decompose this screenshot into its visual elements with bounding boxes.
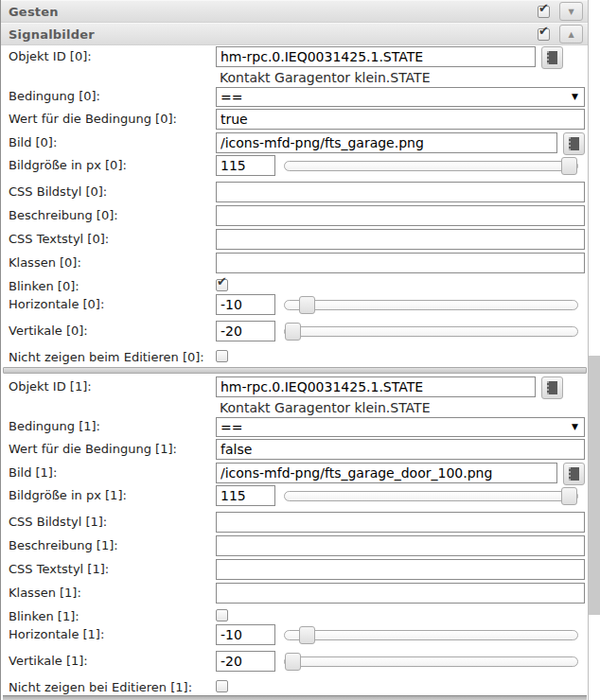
css-bildstyl-0-label: CSS Bildstyl [0]: (9, 182, 216, 199)
bildgroesse-1-slider-handle[interactable] (561, 487, 577, 505)
chevron-down-icon: ▼ (572, 422, 578, 431)
css-textstyl-1-input[interactable] (216, 559, 585, 580)
section-divider-bottom[interactable] (3, 695, 587, 700)
wert-bedingung-1-input[interactable] (216, 439, 585, 460)
bild-0-picker-button[interactable] (563, 132, 585, 155)
horizontale-1-slider-handle[interactable] (299, 626, 315, 644)
scrollbar-thumb[interactable] (589, 356, 600, 615)
list-icon (569, 137, 579, 150)
beschreibung-0-input[interactable] (216, 205, 585, 226)
bildgroesse-0-slider-handle[interactable] (561, 157, 577, 175)
nicht-zeigen-0-label: Nicht zeigen beim Editieren [0]: (9, 347, 216, 364)
css-bildstyl-1-row: CSS Bildstyl [1]: (1, 512, 588, 535)
chevron-up-icon: ▲ (568, 30, 574, 39)
objekt-name-0-text: Kontakt Garagentor klein.STATE (220, 69, 431, 85)
nicht-zeigen-0-checkbox[interactable] (216, 350, 228, 362)
css-textstyl-1-row: CSS Textstyl [1]: (1, 559, 588, 583)
vertikale-0-input[interactable] (216, 321, 275, 341)
wert-bedingung-0-row: Wert für die Bedingung [0]: (1, 109, 588, 132)
horizontale-0-input[interactable] (216, 294, 275, 315)
horizontale-0-slider-handle[interactable] (299, 296, 315, 314)
klassen-1-input[interactable] (216, 583, 585, 604)
vertikale-1-input[interactable] (216, 651, 275, 672)
bildgroesse-0-slider-track[interactable] (284, 161, 578, 171)
attributes-panel: Gesten ✔ ▼ Signalbilder ✔ ▲ Objekt ID [0… (0, 0, 589, 700)
blinken-1-label: Blinken [1]: (9, 606, 216, 623)
bild-0-input[interactable] (216, 132, 557, 153)
gesten-expand-button[interactable]: ▼ (559, 2, 583, 21)
bedingung-1-select[interactable]: ==▼ (216, 417, 585, 437)
section-header-signalbilder[interactable]: Signalbilder ✔ ▲ (1, 23, 588, 45)
css-textstyl-0-row: CSS Textstyl [0]: (1, 229, 588, 253)
css-bildstyl-0-input[interactable] (216, 182, 585, 202)
objekt-name-1-text: Kontakt Garagentor klein.STATE (220, 399, 431, 415)
objekt-id-1-input[interactable] (216, 376, 536, 397)
spacer (9, 399, 216, 402)
bildgroesse-1-input[interactable] (216, 485, 275, 506)
css-bildstyl-1-input[interactable] (216, 512, 585, 533)
bild-1-input[interactable] (216, 463, 557, 483)
vertikale-1-slider-track[interactable] (284, 656, 578, 667)
bild-1-picker-button[interactable] (563, 463, 585, 485)
nicht-zeigen-1-label: Nicht zeigen bei Editieren [1]: (9, 677, 216, 694)
spacer (9, 69, 216, 72)
bedingung-0-select[interactable]: ==▼ (216, 87, 585, 107)
bild-0-label: Bild [0]: (9, 132, 216, 149)
klassen-1-row: Klassen [1]: (1, 583, 588, 606)
bildgroesse-0-row: Bildgröße in px [0]: (1, 155, 588, 182)
bedingung-0-row: Bedingung [0]:==▼ (1, 86, 588, 109)
beschreibung-0-label: Beschreibung [0]: (9, 205, 216, 222)
bedingung-1-label: Bedingung [1]: (9, 416, 216, 433)
objekt-id-0-input[interactable] (216, 46, 536, 67)
bedingung-1-selected-value: == (221, 420, 242, 435)
horizontale-0-slider-track[interactable] (284, 300, 578, 310)
klassen-0-input[interactable] (216, 253, 585, 273)
blinken-0-label: Blinken [0]: (9, 276, 216, 293)
blinken-1-row: Blinken [1]: (1, 606, 588, 624)
nicht-zeigen-1-checkbox[interactable] (216, 680, 228, 692)
bildgroesse-1-label: Bildgröße in px [1]: (9, 485, 216, 502)
vertikale-1-label: Vertikale [1]: (9, 651, 216, 668)
blinken-0-checkbox[interactable]: ✔ (216, 279, 228, 291)
checkmark-icon: ✔ (538, 2, 549, 14)
signalbilder-visible-checkbox[interactable]: ✔ (538, 28, 550, 41)
wert-bedingung-0-input[interactable] (216, 109, 585, 130)
bedingung-1-row: Bedingung [1]:==▼ (1, 416, 588, 439)
list-icon (547, 381, 557, 394)
css-textstyl-0-input[interactable] (216, 229, 585, 250)
vertikale-1-slider-handle[interactable] (285, 653, 301, 671)
group-divider[interactable] (3, 367, 587, 374)
objekt-id-1-picker-button[interactable] (541, 376, 563, 399)
horizontale-1-slider-track[interactable] (284, 630, 578, 640)
horizontale-1-label: Horizontale [1]: (9, 624, 216, 641)
vertikale-0-label: Vertikale [0]: (9, 321, 216, 338)
blinken-1-checkbox[interactable] (216, 609, 228, 621)
horizontale-0-label: Horizontale [0]: (9, 294, 216, 311)
beschreibung-0-row: Beschreibung [0]: (1, 205, 588, 229)
klassen-0-label: Klassen [0]: (9, 253, 216, 270)
objekt-id-0-label: Objekt ID [0]: (9, 46, 216, 63)
bildgroesse-1-slider-track[interactable] (284, 491, 578, 501)
nicht-zeigen-0-row: Nicht zeigen beim Editieren [0]: (1, 347, 588, 365)
section-title-gesten: Gesten (9, 5, 538, 19)
section-header-gesten[interactable]: Gesten ✔ ▼ (1, 0, 588, 23)
horizontale-1-row: Horizontale [1]: (1, 624, 588, 651)
blinken-0-row: Blinken [0]:✔ (1, 276, 588, 294)
objekt-id-0-picker-button[interactable] (541, 46, 563, 69)
objekt-name-1-row: Kontakt Garagentor klein.STATE (1, 399, 588, 416)
vertikale-0-slider-handle[interactable] (285, 323, 301, 341)
checkmark-icon: ✔ (538, 25, 549, 37)
section-title-signalbilder: Signalbilder (9, 27, 538, 42)
gesten-visible-checkbox[interactable]: ✔ (538, 6, 550, 18)
signalbilder-collapse-button[interactable]: ▲ (559, 25, 583, 44)
bildgroesse-0-input[interactable] (216, 155, 275, 176)
vertikale-0-slider-track[interactable] (284, 326, 578, 337)
beschreibung-1-row: Beschreibung [1]: (1, 535, 588, 559)
css-bildstyl-0-row: CSS Bildstyl [0]: (1, 182, 588, 205)
horizontale-1-input[interactable] (216, 624, 275, 645)
bild-0-row: Bild [0]: (1, 132, 588, 155)
wert-bedingung-0-label: Wert für die Bedingung [0]: (9, 109, 216, 126)
vertikale-0-row: Vertikale [0]: (1, 321, 588, 347)
beschreibung-1-input[interactable] (216, 535, 585, 556)
list-icon (547, 51, 557, 64)
